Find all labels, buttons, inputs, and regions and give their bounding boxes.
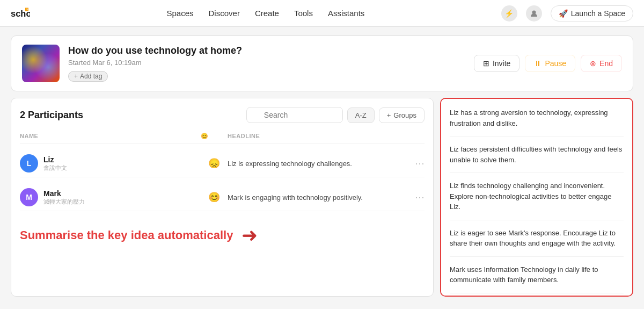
search-input[interactable]	[246, 107, 343, 123]
participant-emoji: 😊	[201, 191, 228, 203]
summary-panel: Liz has a strong aversion to technology,…	[440, 98, 633, 297]
summary-item: Liz finds technology challenging and inc…	[450, 181, 624, 220]
avatar: L	[20, 154, 38, 173]
participant-name-info: Mark 減輕大家的壓力	[43, 189, 85, 206]
lower-section: 2 Participants 🔍 A-Z + Groups NAME 😊	[11, 98, 633, 297]
space-header-card: How do you use technology at home? Start…	[11, 35, 633, 91]
participant-sub: 減輕大家的壓力	[43, 198, 85, 206]
more-options-button[interactable]: ⋯	[408, 191, 425, 203]
participants-count: 2 Participants	[20, 110, 83, 121]
nav-tools[interactable]: Tools	[294, 9, 313, 18]
space-started: Started Mar 6, 10:19am	[68, 59, 465, 67]
lightning-icon[interactable]: ⚡	[501, 5, 517, 21]
invite-button[interactable]: ⊞ Invite	[474, 55, 519, 72]
pause-button[interactable]: ⏸ Pause	[525, 55, 575, 72]
space-actions: ⊞ Invite ⏸ Pause ⊗ End	[474, 55, 622, 72]
add-tag-button[interactable]: + Add tag	[68, 71, 108, 82]
space-thumbnail	[22, 45, 60, 82]
participant-emoji: 😞	[201, 157, 228, 169]
end-icon: ⊗	[590, 59, 596, 68]
logo-icon: school	[11, 6, 30, 21]
pause-icon: ⏸	[534, 59, 541, 68]
logo[interactable]: school	[11, 6, 30, 21]
avatar: M	[20, 188, 38, 206]
nav-spaces[interactable]: Spaces	[166, 9, 193, 18]
annotation: Summarise the key idea automatically ➜	[20, 224, 425, 247]
table-row: M Mark 減輕大家的壓力 😊 Mark is engaging with t…	[20, 184, 425, 211]
plus-groups-icon: +	[387, 111, 391, 119]
panel-header: 2 Participants 🔍 A-Z + Groups	[20, 107, 425, 123]
end-button[interactable]: ⊗ End	[581, 55, 622, 72]
invite-icon: ⊞	[483, 59, 489, 68]
more-options-button[interactable]: ⋯	[408, 157, 425, 169]
col-headline: HEADLINE	[228, 133, 408, 140]
col-name: NAME	[20, 133, 201, 140]
participants-panel: 2 Participants 🔍 A-Z + Groups NAME 😊	[11, 98, 434, 297]
groups-button[interactable]: + Groups	[379, 107, 425, 123]
add-tag-label: Add tag	[80, 73, 102, 80]
az-filter-button[interactable]: A-Z	[347, 107, 375, 123]
participant-name-cell: L Liz 會說中文	[20, 154, 201, 173]
search-filter: 🔍 A-Z + Groups	[246, 107, 425, 123]
participant-headline: Mark is engaging with technology positiv…	[228, 193, 408, 202]
main-content: How do you use technology at home? Start…	[0, 27, 644, 305]
space-info: How do you use technology at home? Start…	[68, 45, 465, 82]
participant-name-info: Liz 會說中文	[43, 155, 67, 172]
search-wrap: 🔍	[246, 107, 343, 123]
rocket-icon: 🚀	[559, 9, 568, 18]
launch-space-button[interactable]: 🚀 Launch a Space	[551, 5, 633, 21]
participant-sub: 會說中文	[43, 164, 67, 172]
summary-item: Liz has a strong aversion to technology,…	[450, 107, 624, 136]
participant-name: Mark	[43, 189, 85, 198]
user-avatar[interactable]	[526, 5, 542, 21]
table-header: NAME 😊 HEADLINE	[20, 130, 425, 143]
launch-space-label: Launch a Space	[571, 9, 625, 18]
table-row: L Liz 會說中文 😞 Liz is expressing technolog…	[20, 150, 425, 177]
space-title: How do you use technology at home?	[68, 45, 465, 56]
nav-assistants[interactable]: Assistants	[328, 9, 364, 18]
nav-discover[interactable]: Discover	[209, 9, 240, 18]
summary-item: Mark uses Information Technology in dail…	[450, 264, 624, 293]
summary-item: Liz is eager to see Mark's response. Enc…	[450, 228, 624, 257]
col-emoji: 😊	[201, 133, 228, 140]
summary-item: Liz faces persistent difficulties with t…	[450, 144, 624, 173]
nav-create[interactable]: Create	[255, 9, 279, 18]
participant-headline: Liz is expressing technology challenges.	[228, 160, 408, 168]
participant-name-cell: M Mark 減輕大家的壓力	[20, 188, 201, 206]
nav-right: ⚡ 🚀 Launch a Space	[501, 5, 633, 21]
plus-icon: +	[74, 73, 78, 80]
navbar: school Spaces Discover Create Tools Assi…	[0, 0, 644, 27]
nav-links: Spaces Discover Create Tools Assistants	[47, 9, 484, 18]
annotation-text: Summarise the key idea automatically	[20, 228, 233, 242]
participant-name: Liz	[43, 155, 67, 164]
arrow-right-icon: ➜	[241, 224, 258, 247]
